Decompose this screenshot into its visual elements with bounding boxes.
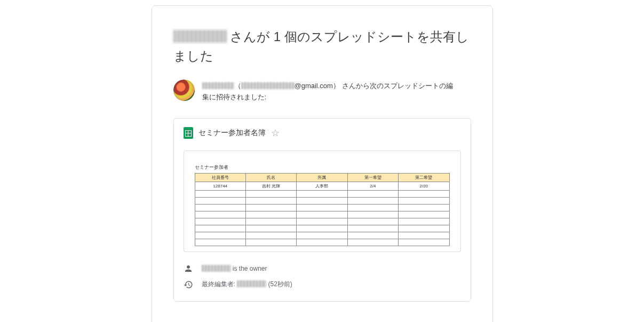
- table-cell: [245, 190, 296, 197]
- table-cell: [245, 218, 296, 225]
- share-heading: さんが 1 個のスプレッドシートを共有しました: [173, 27, 471, 66]
- table-cell: 吉村 光輝: [245, 182, 296, 190]
- table-cell: [399, 218, 449, 225]
- inviter-line1-suffix: ） さんから次のスプレッドシートの編: [333, 82, 453, 90]
- table-cell: [347, 197, 398, 204]
- table-cell: [297, 225, 347, 232]
- table-cell: [245, 211, 296, 218]
- inviter-row: （@gmail.com） さんから次のスプレッドシートの編 集に招待されました:: [173, 80, 471, 103]
- star-icon[interactable]: ☆: [271, 128, 280, 138]
- table-cell: [195, 218, 245, 225]
- table-cell: [297, 197, 347, 204]
- table-row: [195, 190, 449, 197]
- table-cell: [297, 190, 347, 197]
- table-cell: [399, 239, 449, 246]
- table-row: 128744吉村 光輝人事部2/42/20: [195, 182, 449, 190]
- table-cell: [347, 190, 398, 197]
- table-cell: [297, 239, 347, 246]
- last-edit-text: 最終編集者: (52秒前): [202, 280, 292, 289]
- redacted-inviter-name: [202, 82, 234, 89]
- table-cell: [195, 204, 245, 211]
- table-cell: [245, 232, 296, 239]
- spreadsheet-preview[interactable]: セミナー参加者 社員番号氏名所属第一希望第二希望 128744吉村 光輝人事部2…: [184, 151, 461, 252]
- table-row: [195, 218, 449, 225]
- table-cell: [399, 204, 449, 211]
- table-header: 第一希望: [347, 173, 398, 182]
- table-cell: [297, 211, 347, 218]
- file-card: セミナー参加者名簿 ☆ セミナー参加者 社員番号氏名所属第一希望第二希望 128…: [173, 118, 471, 302]
- redacted-email-local: [241, 82, 295, 89]
- table-cell: [399, 225, 449, 232]
- owner-row: is the owner: [184, 264, 461, 273]
- table-cell: [195, 211, 245, 218]
- table-cell: [347, 239, 398, 246]
- table-cell: [245, 197, 296, 204]
- table-cell: [297, 204, 347, 211]
- last-edit-row: 最終編集者: (52秒前): [184, 280, 461, 289]
- table-header: 氏名: [245, 173, 296, 182]
- table-header: 第二希望: [399, 173, 449, 182]
- table-cell: [399, 211, 449, 218]
- email-domain: @gmail.com: [295, 82, 333, 90]
- table-cell: 128744: [195, 182, 245, 190]
- preview-sheet-title: セミナー参加者: [195, 164, 450, 171]
- table-cell: [297, 232, 347, 239]
- table-row: [195, 232, 449, 239]
- redacted-name: [173, 30, 227, 43]
- table-cell: 2/20: [399, 182, 449, 190]
- share-notification-card: さんが 1 個のスプレッドシートを共有しました （@gmail.com） さんか…: [152, 5, 493, 322]
- last-edit-prefix: 最終編集者:: [202, 280, 237, 288]
- owner-text: is the owner: [202, 265, 267, 272]
- table-row: [195, 197, 449, 204]
- table-cell: 2/4: [347, 182, 398, 190]
- table-cell: [195, 239, 245, 246]
- file-name[interactable]: セミナー参加者名簿: [198, 128, 266, 138]
- table-cell: [347, 232, 398, 239]
- table-cell: [195, 225, 245, 232]
- table-header: 所属: [297, 173, 347, 182]
- table-cell: [399, 232, 449, 239]
- inviter-text: （@gmail.com） さんから次のスプレッドシートの編 集に招待されました:: [202, 80, 453, 103]
- preview-table: 社員番号氏名所属第一希望第二希望 128744吉村 光輝人事部2/42/20: [195, 173, 450, 246]
- table-cell: [195, 232, 245, 239]
- table-cell: [195, 197, 245, 204]
- table-cell: 人事部: [297, 182, 347, 190]
- table-cell: [245, 225, 296, 232]
- person-icon: [184, 264, 193, 273]
- table-cell: [245, 239, 296, 246]
- table-row: [195, 239, 449, 246]
- inviter-line2-prefix: 集: [202, 93, 209, 101]
- redacted-owner: [202, 265, 231, 272]
- table-cell: [399, 190, 449, 197]
- table-row: [195, 204, 449, 211]
- sheets-icon: [184, 127, 193, 139]
- owner-suffix: is the owner: [231, 265, 267, 272]
- table-cell: [195, 190, 245, 197]
- avatar: [173, 80, 195, 101]
- history-icon: [184, 280, 193, 289]
- table-row: [195, 225, 449, 232]
- inviter-line2-suffix: に招待されました:: [209, 93, 267, 101]
- table-cell: [347, 211, 398, 218]
- table-header: 社員番号: [195, 173, 245, 182]
- table-cell: [347, 204, 398, 211]
- redacted-editor: [237, 280, 266, 287]
- last-edit-time: (52秒前): [268, 280, 292, 288]
- table-cell: [399, 197, 449, 204]
- table-cell: [347, 218, 398, 225]
- table-row: [195, 211, 449, 218]
- table-cell: [297, 218, 347, 225]
- table-cell: [347, 225, 398, 232]
- table-cell: [245, 204, 296, 211]
- file-title-row: セミナー参加者名簿 ☆: [184, 127, 461, 139]
